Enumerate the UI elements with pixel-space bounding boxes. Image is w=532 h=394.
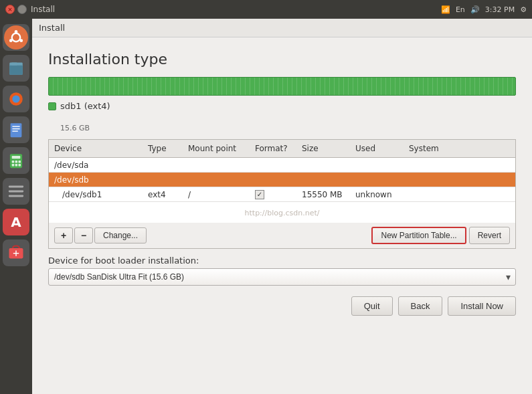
boot-loader-label: Device for boot loader installation:: [48, 256, 516, 266]
partition-bar-stripes: [49, 78, 515, 95]
svg-rect-19: [12, 164, 15, 167]
td-system-sdb1: [404, 193, 515, 196]
legend-color-sdb1: [48, 102, 56, 110]
back-button[interactable]: Back: [398, 296, 443, 316]
table-actions: + − Change... New Partition Table... Rev…: [48, 223, 516, 249]
svg-rect-17: [15, 161, 18, 163]
svg-rect-16: [12, 161, 15, 163]
td-format-sda: [250, 164, 296, 167]
td-used-sdb1: unknown: [350, 189, 404, 201]
partition-table-header-row: Device Type Mount point Format? Size Use…: [48, 139, 516, 223]
svg-rect-18: [19, 161, 21, 163]
titlebar-right: 📶 En 🔊 3:32 PM ⚙: [441, 5, 527, 14]
th-size: Size: [296, 142, 350, 155]
language-indicator: En: [456, 5, 465, 14]
window-titlebar: Install: [32, 19, 532, 37]
main-content: Install Installation type sdb1 (ext4) 15…: [32, 19, 532, 394]
table-actions-right: New Partition Table... Revert: [371, 227, 510, 244]
clock: 3:32 PM: [485, 5, 515, 14]
svg-rect-21: [19, 164, 21, 167]
td-format-sdb: [250, 179, 296, 181]
watermark-row: http://blog.csdn.net/: [49, 202, 515, 223]
svg-rect-10: [11, 123, 22, 137]
svg-rect-11: [12, 126, 19, 126]
sidebar-settings-icon[interactable]: [3, 178, 29, 205]
td-used-sdb: [350, 179, 404, 181]
svg-rect-7: [11, 63, 17, 66]
svg-rect-6: [9, 66, 23, 75]
remove-partition-button[interactable]: −: [74, 227, 93, 243]
boot-loader-select[interactable]: /dev/sdb SanDisk Ultra Fit (15.6 GB): [48, 268, 516, 286]
th-type: Type: [143, 142, 183, 155]
td-size-sdb1: 15550 MB: [296, 189, 350, 201]
table-row[interactable]: /dev/sda: [49, 158, 515, 173]
svg-rect-22: [9, 186, 23, 188]
legend-label: sdb1 (ext4): [60, 101, 110, 111]
font-label: A: [11, 214, 21, 230]
table-row-sdb1[interactable]: /dev/sdb1 ext4 / ✓ 15550 MB unknown: [49, 187, 515, 202]
th-used: Used: [350, 142, 404, 155]
titlebar: × Install 📶 En 🔊 3:32 PM ⚙: [0, 0, 532, 19]
settings-icon: ⚙: [520, 5, 527, 14]
td-mount-sda: [183, 164, 250, 167]
td-device-sdb: /dev/sdb: [49, 174, 143, 186]
sidebar-ubuntu-icon[interactable]: [3, 24, 29, 51]
network-icon: 📶: [441, 5, 450, 14]
td-size-sda: [296, 164, 350, 167]
td-size-sdb: [296, 179, 350, 181]
sidebar-store-icon[interactable]: [3, 239, 29, 266]
sidebar-files-icon[interactable]: [3, 55, 29, 82]
sidebar-text-icon[interactable]: [3, 116, 29, 143]
add-partition-button[interactable]: +: [54, 227, 73, 243]
svg-point-3: [19, 39, 23, 42]
install-window-title: Install: [39, 23, 65, 33]
bottom-buttons: Quit Back Install Now: [48, 296, 516, 316]
window-title: Install: [31, 5, 55, 14]
svg-point-4: [9, 39, 13, 42]
content-area: Installation type sdb1 (ext4) 15.6 GB De…: [32, 37, 532, 394]
table-row-selected[interactable]: /dev/sdb: [49, 173, 515, 187]
svg-rect-24: [9, 195, 23, 197]
th-mount: Mount point: [183, 142, 250, 155]
td-system-sdb: [404, 179, 515, 181]
titlebar-controls: ×: [5, 5, 27, 14]
svg-point-2: [15, 30, 18, 33]
th-format: Format?: [250, 142, 296, 155]
td-mount-sdb1: /: [183, 189, 250, 201]
revert-button[interactable]: Revert: [469, 227, 510, 244]
td-used-sda: [350, 164, 404, 167]
th-system: System: [404, 142, 515, 155]
td-device-sda: /dev/sda: [49, 159, 143, 171]
td-mount-sdb: [183, 179, 250, 181]
close-button[interactable]: ×: [5, 5, 15, 14]
page-title: Installation type: [48, 51, 516, 68]
titlebar-left: × Install: [5, 5, 55, 14]
app-container: A Install Installation type sdb1 (ext4): [0, 19, 532, 394]
svg-point-9: [12, 95, 19, 102]
sidebar-browser-icon[interactable]: [3, 86, 29, 112]
format-checkbox[interactable]: ✓: [255, 190, 264, 199]
new-partition-table-button[interactable]: New Partition Table...: [371, 227, 466, 244]
partition-table-container: Device Type Mount point Format? Size Use…: [48, 139, 516, 249]
td-device-sdb1: /dev/sdb1: [49, 189, 143, 201]
sidebar-calc-icon[interactable]: [3, 147, 29, 174]
install-now-button[interactable]: Install Now: [448, 296, 516, 316]
td-type-sda: [143, 164, 183, 167]
svg-rect-27: [15, 251, 16, 256]
watermark-text: http://blog.csdn.net/: [245, 205, 320, 221]
td-type-sdb1: ext4: [143, 189, 183, 201]
svg-rect-23: [9, 191, 23, 193]
partition-legend: sdb1 (ext4) 15.6 GB: [48, 101, 516, 132]
minimize-button[interactable]: [17, 5, 27, 14]
td-type-sdb: [143, 179, 183, 181]
sidebar: A: [0, 19, 32, 394]
legend-size: 15.6 GB: [60, 124, 90, 132]
table-body: /dev/sda /dev/sdb: [49, 158, 515, 223]
svg-rect-13: [12, 130, 17, 131]
boot-loader-section: Device for boot loader installation: /de…: [48, 256, 516, 286]
change-partition-button[interactable]: Change...: [94, 227, 147, 243]
partition-bar: [48, 77, 516, 96]
quit-button[interactable]: Quit: [351, 296, 393, 316]
sidebar-font-icon[interactable]: A: [3, 209, 29, 235]
td-system-sda: [404, 164, 515, 167]
